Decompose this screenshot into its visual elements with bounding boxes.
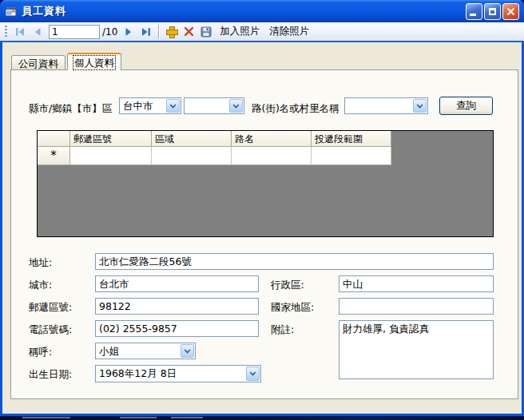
city-label: 城市: (29, 279, 52, 292)
grid-cell[interactable] (232, 147, 312, 165)
salutation-label: 稱呼: (29, 346, 52, 359)
country-region-field[interactable] (339, 298, 494, 315)
move-next-button[interactable] (120, 24, 137, 40)
window-form-icon (5, 5, 18, 18)
toolbar-separator (158, 25, 159, 38)
move-last-button[interactable] (137, 24, 155, 40)
grid-column-header[interactable]: 區域 (152, 131, 232, 147)
birthdate-datepicker[interactable]: 1968年12月 8日 (95, 365, 261, 382)
postal-code-label: 郵遞區號: (29, 301, 72, 315)
district-label: 行政區: (271, 279, 304, 292)
tab-company-data[interactable]: 公司資料 (11, 55, 66, 70)
city-field[interactable]: 台北市 (95, 275, 259, 292)
delete-x-icon (184, 26, 194, 37)
floppy-disk-icon (200, 26, 212, 38)
address-label: 地址: (29, 256, 52, 270)
grid-header-selector (38, 131, 70, 147)
chevron-down-icon[interactable] (181, 344, 194, 358)
county-combobox[interactable]: 台中市 (119, 97, 181, 114)
maximize-icon (489, 8, 496, 15)
district-value: 中山 (343, 278, 363, 290)
grid-new-row[interactable]: * (38, 147, 391, 165)
personal-data-tabpage: 縣市/鄉鎮【市】區 台中市 路(街)名或村里名稱 (10, 69, 518, 399)
phone-field[interactable]: (02) 2555-9857 (95, 320, 259, 337)
grid-header-row: 郵遞區號 區域 路名 投遞段範圍 (38, 131, 391, 147)
tab-label: 個人資料 (74, 57, 114, 69)
minimize-button[interactable] (466, 3, 482, 20)
country-region-label: 國家地區: (271, 301, 314, 315)
employee-data-window: 員工資料 (0, 0, 524, 416)
birthdate-label: 出生日期: (29, 368, 72, 382)
desktop-screen: 員工資料 (0, 0, 524, 420)
road-name-combobox[interactable] (344, 97, 428, 114)
grid-column-header[interactable]: 郵遞區號 (70, 131, 152, 147)
grid-cell[interactable] (70, 147, 152, 165)
grid-column-header[interactable]: 路名 (232, 131, 312, 147)
county-district-label: 縣市/鄉鎮【市】區 (29, 102, 112, 116)
salutation-combobox[interactable]: 小姐 (95, 343, 196, 359)
add-new-record-button[interactable] (162, 24, 180, 40)
window-title: 員工資料 (22, 4, 66, 18)
record-position-input[interactable] (49, 25, 100, 39)
add-photo-label: 加入照片 (220, 25, 260, 38)
delete-record-button[interactable] (180, 24, 197, 40)
toolbar-grip-handle[interactable] (5, 26, 7, 38)
chevron-down-icon[interactable] (229, 99, 243, 113)
nav-previous-icon (33, 27, 42, 37)
note-value: 財力雄厚, 負責認真 (343, 323, 429, 335)
chevron-down-icon[interactable] (246, 367, 260, 381)
district-combobox-value (185, 98, 228, 113)
save-record-button[interactable] (197, 24, 215, 40)
administrative-district-field[interactable]: 中山 (339, 275, 494, 292)
tab-personal-data[interactable]: 個人資料 (67, 53, 121, 70)
caption-buttons (466, 3, 519, 20)
add-photo-button[interactable]: 加入照片 (215, 24, 264, 40)
chevron-down-icon[interactable] (166, 99, 180, 113)
close-icon (506, 7, 515, 16)
taskbar-mark (120, 417, 157, 418)
record-count-label: /10 (102, 26, 117, 38)
road-combobox-value (345, 98, 412, 113)
maximize-button[interactable] (484, 3, 501, 20)
taskbar-mark (22, 417, 70, 418)
grid-column-header[interactable]: 投遞段範圍 (312, 131, 391, 147)
nav-last-icon (141, 27, 152, 37)
address-value: 北市仁愛路二段56號 (99, 256, 192, 267)
clear-photo-label: 清除照片 (269, 25, 309, 38)
postal-code-datagrid[interactable]: 郵遞區號 區域 路名 投遞段範圍 * (37, 130, 494, 237)
tab-label: 公司資料 (18, 57, 58, 69)
birthdate-value: 1968年12月 8日 (96, 366, 245, 382)
postal-code-value: 98122 (99, 300, 131, 312)
new-row-marker: * (38, 147, 70, 165)
grid-cell[interactable] (312, 147, 391, 165)
clear-photo-button[interactable]: 清除照片 (264, 24, 314, 40)
plus-icon (166, 26, 177, 37)
salutation-value: 小姐 (96, 343, 180, 359)
road-name-label: 路(街)名或村里名稱 (252, 102, 339, 116)
phone-label: 電話號碼: (29, 323, 72, 337)
tab-strip: 公司資料 個人資料 (11, 53, 123, 70)
note-textarea[interactable]: 財力雄厚, 負責認真 (339, 320, 494, 379)
search-button[interactable]: 查詢 (439, 97, 493, 115)
chevron-down-icon[interactable] (413, 99, 427, 113)
nav-next-icon (124, 27, 133, 37)
taskbar-mark (171, 417, 203, 418)
grid-cell[interactable] (152, 147, 232, 165)
move-first-button[interactable] (11, 24, 29, 40)
record-navigation-toolbar: /10 (0, 22, 524, 42)
title-bar[interactable]: 員工資料 (0, 0, 524, 22)
move-previous-button[interactable] (29, 24, 46, 40)
minimize-icon (470, 14, 476, 16)
postal-code-field[interactable]: 98122 (95, 298, 259, 315)
close-button[interactable] (502, 3, 519, 20)
note-label: 附註: (271, 323, 294, 337)
search-button-label: 查詢 (456, 99, 476, 113)
district-combobox[interactable] (184, 97, 244, 114)
city-value: 台北市 (99, 278, 129, 290)
phone-value: (02) 2555-9857 (99, 323, 177, 335)
county-combobox-value: 台中市 (120, 98, 165, 113)
address-field[interactable]: 北市仁愛路二段56號 (95, 253, 494, 270)
nav-first-icon (14, 27, 26, 37)
